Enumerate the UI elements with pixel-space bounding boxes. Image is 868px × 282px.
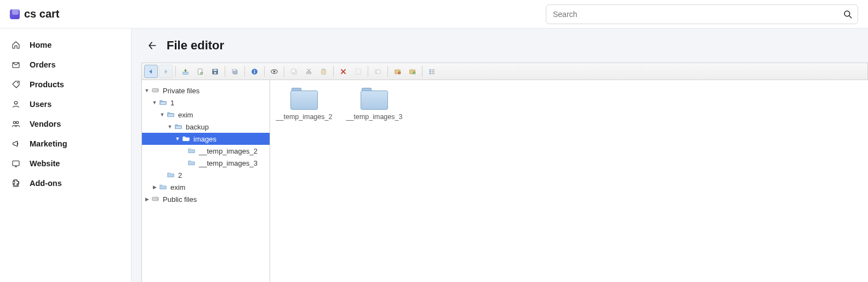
nav-label: Home [30,41,52,49]
tree-node-private-files[interactable]: ▼ Private files [142,84,270,97]
save-button[interactable] [208,65,222,78]
nav-label: Add-ons [30,179,62,188]
toolbar-separator [422,66,422,77]
tree-label: Public files [163,195,197,204]
tree-label: exim [170,183,185,191]
brand-logo-icon [10,9,20,19]
folder-open-icon [167,111,176,119]
home-icon [10,39,22,51]
paste-button [317,65,330,78]
user-icon [10,98,22,110]
tree-node-backup[interactable]: ▼ backup [142,121,270,133]
nav-label: Marketing [30,139,67,148]
chevron-down-icon[interactable]: ▼ [159,112,165,117]
folder-open-icon [175,123,184,131]
directory-contents[interactable]: __temp_images_2 __temp_images_3 [270,80,868,282]
tree-label: 1 [170,99,174,107]
nav-addons[interactable]: Add-ons [0,173,131,193]
delete-button[interactable] [336,65,350,78]
brand-name: cs cart [24,8,60,20]
chevron-down-icon[interactable]: ▼ [175,136,180,142]
tree-node-temp-images-2[interactable]: __temp_images_2 [142,145,270,157]
permissions-unlock-button[interactable] [406,65,419,78]
folder-open-icon [182,135,191,143]
toolbar-separator [244,66,245,77]
chevron-down-icon[interactable]: ▼ [167,124,173,129]
vendors-icon [10,118,22,130]
megaphone-icon [10,138,22,150]
file-editor-body: ▼ Private files ▼ 1 ▼ exim [141,80,868,282]
nav-label: Vendors [30,120,61,128]
toolbar-separator [264,66,265,77]
nav-home[interactable]: Home [0,35,131,55]
nav-users[interactable]: Users [0,94,131,114]
search-icon[interactable] [843,9,853,19]
svg-point-41 [844,11,850,16]
toolbar-separator [387,66,388,77]
nav-orders[interactable]: Orders [0,55,131,75]
file-editor-panel: ▼ Private files ▼ 1 ▼ exim [141,63,868,282]
tree-node-images[interactable]: ▼ images [142,133,270,145]
preview-button[interactable] [267,65,281,78]
toolbar-separator [284,66,284,77]
tree-label: images [193,135,216,143]
nav-marketing[interactable]: Marketing [0,134,131,154]
tree-node-exim[interactable]: ▼ exim [142,109,270,121]
tree-node-public-files[interactable]: ▶ Public files [142,193,270,205]
tree-label: exim [178,111,193,119]
tree-node-temp-images-3[interactable]: __temp_images_3 [142,157,270,169]
copy-button [287,65,301,78]
info-button[interactable] [248,65,261,78]
tree-label: Private files [163,87,199,95]
global-search [546,4,858,24]
toolbar-separator [368,66,368,77]
tree-node-2[interactable]: 2 [142,169,270,181]
main-area: File editor [132,29,868,282]
folder-name: __temp_images_2 [275,113,334,121]
permissions-lock-button[interactable] [391,65,404,78]
chevron-down-icon[interactable]: ▼ [152,100,157,105]
top-header: cs cart [0,0,868,29]
search-input[interactable] [546,4,858,24]
chevron-down-icon[interactable]: ▼ [144,88,150,93]
view-list-button[interactable] [425,65,439,78]
orders-icon [10,59,22,71]
directory-tree[interactable]: ▼ Private files ▼ 1 ▼ exim [142,80,270,282]
toolbar-separator [225,66,225,77]
tree-label: backup [186,123,209,131]
nav-label: Users [30,100,52,109]
tree-node-exim-2[interactable]: ▶ exim [142,181,270,193]
tree-node-1[interactable]: ▼ 1 [142,97,270,109]
nav-products[interactable]: Products [0,75,131,94]
new-file-button[interactable] [193,65,207,78]
folder-tile[interactable]: __temp_images_2 [275,84,334,121]
folder-icon [167,171,176,179]
nav-label: Orders [30,60,56,69]
page-titlebar: File editor [132,29,868,63]
toolbar-separator [333,66,334,77]
tag-icon [10,78,22,91]
tree-label: __temp_images_3 [199,159,258,167]
save-all-button [228,65,242,78]
nav-website[interactable]: Website [0,154,131,173]
cut-button [302,65,316,78]
primary-nav: Home Orders Products Users Vendors Marke… [0,29,132,282]
history-forward-button [159,65,173,78]
history-back-button[interactable] [144,65,158,78]
file-editor-toolbar [141,63,868,80]
chevron-right-icon[interactable]: ▶ [152,184,157,190]
folder-tile[interactable]: __temp_images_3 [345,84,404,121]
folder-name: __temp_images_3 [345,113,404,121]
tree-spacer [159,172,165,178]
folder-icon [290,88,318,110]
back-arrow-icon[interactable] [147,40,158,51]
folder-icon [188,147,197,155]
select-all-button [351,65,365,78]
drive-icon [152,195,161,203]
nav-vendors[interactable]: Vendors [0,114,131,134]
upload-button[interactable] [179,65,192,78]
folder-open-icon [159,99,168,106]
chevron-right-icon[interactable]: ▶ [144,196,150,202]
brand-logo[interactable]: cs cart [10,8,60,20]
folder-icon [159,183,168,191]
